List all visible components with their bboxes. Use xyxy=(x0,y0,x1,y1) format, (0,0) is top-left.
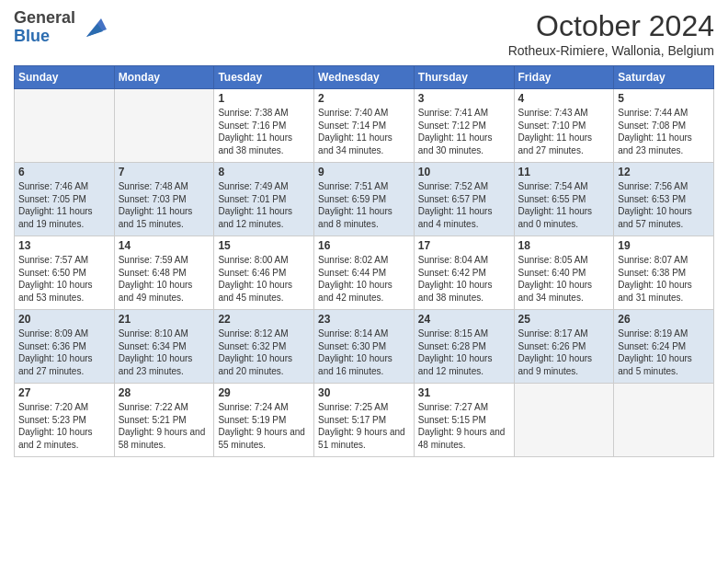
day-number: 24 xyxy=(418,313,510,326)
day-info: Sunrise: 7:56 AMSunset: 6:53 PMDaylight:… xyxy=(618,180,710,230)
day-info: Sunrise: 7:57 AMSunset: 6:50 PMDaylight:… xyxy=(18,254,110,304)
day-number: 5 xyxy=(618,92,710,105)
week-row-1: 1Sunrise: 7:38 AMSunset: 7:16 PMDaylight… xyxy=(15,89,714,163)
day-info: Sunrise: 8:14 AMSunset: 6:30 PMDaylight:… xyxy=(318,327,410,377)
day-cell: 23Sunrise: 8:14 AMSunset: 6:30 PMDayligh… xyxy=(314,310,415,384)
day-number: 8 xyxy=(218,166,310,178)
day-info: Sunrise: 7:41 AMSunset: 7:12 PMDaylight:… xyxy=(418,107,510,156)
day-info: Sunrise: 8:15 AMSunset: 6:28 PMDaylight:… xyxy=(418,327,510,377)
day-cell: 31Sunrise: 7:27 AMSunset: 5:15 PMDayligh… xyxy=(414,384,514,457)
day-number: 9 xyxy=(318,166,410,178)
day-number: 16 xyxy=(318,239,410,252)
day-number: 30 xyxy=(318,386,410,399)
day-info: Sunrise: 8:05 AMSunset: 6:40 PMDaylight:… xyxy=(518,254,610,304)
day-number: 4 xyxy=(518,92,610,105)
day-cell: 15Sunrise: 8:00 AMSunset: 6:46 PMDayligh… xyxy=(214,236,314,310)
logo-general: General xyxy=(14,8,75,27)
day-info: Sunrise: 7:24 AMSunset: 5:19 PMDaylight:… xyxy=(218,401,310,451)
day-cell: 21Sunrise: 8:10 AMSunset: 6:34 PMDayligh… xyxy=(114,310,214,384)
day-info: Sunrise: 8:09 AMSunset: 6:36 PMDaylight:… xyxy=(18,327,110,377)
day-info: Sunrise: 7:48 AMSunset: 7:03 PMDaylight:… xyxy=(119,180,210,230)
week-row-2: 6Sunrise: 7:46 AMSunset: 7:05 PMDaylight… xyxy=(15,163,714,236)
day-number: 25 xyxy=(518,313,610,326)
day-number: 27 xyxy=(18,386,110,399)
day-number: 17 xyxy=(418,239,510,252)
day-cell: 18Sunrise: 8:05 AMSunset: 6:40 PMDayligh… xyxy=(514,236,614,310)
day-info: Sunrise: 7:22 AMSunset: 5:21 PMDaylight:… xyxy=(119,401,210,451)
day-cell xyxy=(114,89,214,163)
day-cell: 12Sunrise: 7:56 AMSunset: 6:53 PMDayligh… xyxy=(614,163,714,236)
day-number: 13 xyxy=(18,239,110,252)
day-header-wednesday: Wednesday xyxy=(314,66,415,89)
day-number: 22 xyxy=(218,313,310,326)
day-header-sunday: Sunday xyxy=(15,66,115,89)
day-cell xyxy=(514,384,614,457)
day-cell: 13Sunrise: 7:57 AMSunset: 6:50 PMDayligh… xyxy=(15,236,115,310)
day-header-saturday: Saturday xyxy=(614,66,714,89)
day-cell xyxy=(614,384,714,457)
day-info: Sunrise: 7:51 AMSunset: 6:59 PMDaylight:… xyxy=(318,180,410,230)
calendar-table: SundayMondayTuesdayWednesdayThursdayFrid… xyxy=(14,65,714,457)
day-cell: 27Sunrise: 7:20 AMSunset: 5:23 PMDayligh… xyxy=(15,384,115,457)
page-title: October 2024 xyxy=(508,9,714,43)
day-cell: 29Sunrise: 7:24 AMSunset: 5:19 PMDayligh… xyxy=(214,384,314,457)
day-info: Sunrise: 8:00 AMSunset: 6:46 PMDaylight:… xyxy=(218,254,310,304)
day-info: Sunrise: 7:49 AMSunset: 7:01 PMDaylight:… xyxy=(218,180,310,230)
day-cell: 3Sunrise: 7:41 AMSunset: 7:12 PMDaylight… xyxy=(414,89,514,163)
calendar-body: 1Sunrise: 7:38 AMSunset: 7:16 PMDaylight… xyxy=(15,89,714,457)
day-info: Sunrise: 7:46 AMSunset: 7:05 PMDaylight:… xyxy=(18,180,110,230)
calendar-header: SundayMondayTuesdayWednesdayThursdayFrid… xyxy=(15,66,714,89)
page: General Blue October 2024 Rotheux-Rimier… xyxy=(0,0,728,563)
day-number: 3 xyxy=(418,92,510,105)
day-cell: 24Sunrise: 8:15 AMSunset: 6:28 PMDayligh… xyxy=(414,310,514,384)
day-cell: 10Sunrise: 7:52 AMSunset: 6:57 PMDayligh… xyxy=(414,163,514,236)
day-number: 1 xyxy=(218,92,310,105)
day-header-friday: Friday xyxy=(514,66,614,89)
day-info: Sunrise: 7:27 AMSunset: 5:15 PMDaylight:… xyxy=(418,401,510,451)
day-cell: 11Sunrise: 7:54 AMSunset: 6:55 PMDayligh… xyxy=(514,163,614,236)
day-info: Sunrise: 8:19 AMSunset: 6:24 PMDaylight:… xyxy=(618,327,710,377)
day-info: Sunrise: 7:59 AMSunset: 6:48 PMDaylight:… xyxy=(119,254,210,304)
day-number: 12 xyxy=(618,166,710,178)
day-cell: 28Sunrise: 7:22 AMSunset: 5:21 PMDayligh… xyxy=(114,384,214,457)
day-header-thursday: Thursday xyxy=(414,66,514,89)
day-number: 29 xyxy=(218,386,310,399)
day-header-tuesday: Tuesday xyxy=(214,66,314,89)
day-number: 6 xyxy=(18,166,110,178)
page-subtitle: Rotheux-Rimiere, Wallonia, Belgium xyxy=(508,43,714,58)
day-number: 26 xyxy=(618,313,710,326)
day-info: Sunrise: 7:44 AMSunset: 7:08 PMDaylight:… xyxy=(618,107,710,156)
day-number: 19 xyxy=(618,239,710,252)
day-cell xyxy=(15,89,115,163)
day-info: Sunrise: 7:40 AMSunset: 7:14 PMDaylight:… xyxy=(318,107,410,156)
day-number: 15 xyxy=(218,239,310,252)
day-cell: 14Sunrise: 7:59 AMSunset: 6:48 PMDayligh… xyxy=(114,236,214,310)
title-block: October 2024 Rotheux-Rimiere, Wallonia, … xyxy=(508,9,714,58)
day-number: 18 xyxy=(518,239,610,252)
day-number: 7 xyxy=(119,166,210,178)
day-cell: 19Sunrise: 8:07 AMSunset: 6:38 PMDayligh… xyxy=(614,236,714,310)
day-number: 2 xyxy=(318,92,410,105)
day-header-monday: Monday xyxy=(114,66,214,89)
day-info: Sunrise: 8:10 AMSunset: 6:34 PMDaylight:… xyxy=(119,327,210,377)
day-number: 21 xyxy=(119,313,210,326)
week-row-4: 20Sunrise: 8:09 AMSunset: 6:36 PMDayligh… xyxy=(15,310,714,384)
logo-blue: Blue xyxy=(14,27,50,45)
day-number: 11 xyxy=(518,166,610,178)
day-info: Sunrise: 8:07 AMSunset: 6:38 PMDaylight:… xyxy=(618,254,710,304)
day-info: Sunrise: 8:04 AMSunset: 6:42 PMDaylight:… xyxy=(418,254,510,304)
day-cell: 7Sunrise: 7:48 AMSunset: 7:03 PMDaylight… xyxy=(114,163,214,236)
day-cell: 22Sunrise: 8:12 AMSunset: 6:32 PMDayligh… xyxy=(214,310,314,384)
day-info: Sunrise: 7:43 AMSunset: 7:10 PMDaylight:… xyxy=(518,107,610,156)
day-number: 28 xyxy=(119,386,210,399)
day-cell: 26Sunrise: 8:19 AMSunset: 6:24 PMDayligh… xyxy=(614,310,714,384)
day-number: 14 xyxy=(119,239,210,252)
day-number: 23 xyxy=(318,313,410,326)
header-row: SundayMondayTuesdayWednesdayThursdayFrid… xyxy=(15,66,714,89)
day-cell: 5Sunrise: 7:44 AMSunset: 7:08 PMDaylight… xyxy=(614,89,714,163)
day-info: Sunrise: 8:02 AMSunset: 6:44 PMDaylight:… xyxy=(318,254,410,304)
day-cell: 8Sunrise: 7:49 AMSunset: 7:01 PMDaylight… xyxy=(214,163,314,236)
day-cell: 9Sunrise: 7:51 AMSunset: 6:59 PMDaylight… xyxy=(314,163,415,236)
day-info: Sunrise: 7:38 AMSunset: 7:16 PMDaylight:… xyxy=(218,107,310,156)
day-number: 20 xyxy=(18,313,110,326)
